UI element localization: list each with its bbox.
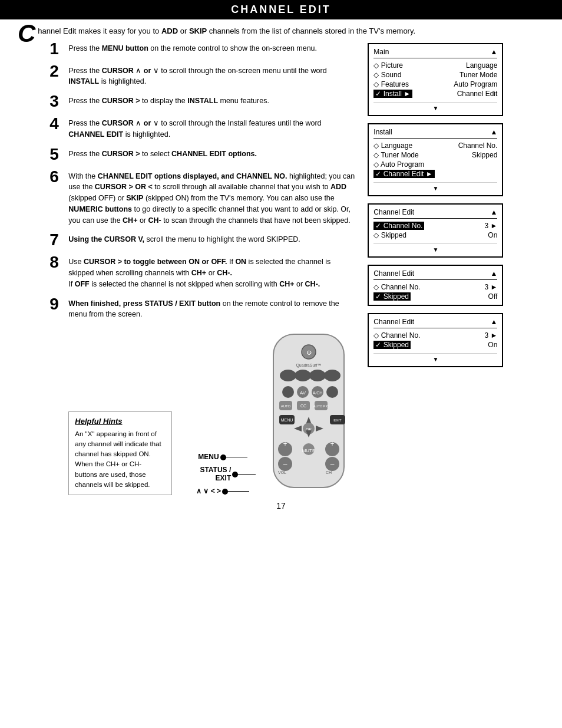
svg-text:–: – [330, 460, 335, 469]
panel3-title-text: Channel Edit [373, 208, 414, 216]
panel4b-skipped-label: ✓ Skipped [373, 341, 411, 349]
svg-text:AUTO PIC: AUTO PIC [313, 404, 329, 408]
panel4a-row-channelno: ◇ Channel No. 3 ► [373, 282, 497, 292]
panel2-channelno-label: Channel No. [458, 141, 498, 150]
step-number-9: 9 [49, 296, 68, 312]
svg-text:+: + [283, 440, 287, 448]
panel1-picture-label: ◇ Picture [373, 61, 403, 70]
panel1-install-label: ✓ Install ► [373, 90, 412, 98]
step-text-6: With the CHANNEL EDIT options displayed,… [68, 171, 356, 226]
step-text-3: Press the CURSOR > to display the INSTAL… [68, 95, 269, 107]
step-number-8: 8 [49, 254, 68, 271]
panel1-title-text: Main [373, 48, 389, 56]
panel3-up-arrow: ▲ [490, 208, 497, 216]
step-8: 8 Use CURSOR > to toggle between ON or O… [49, 256, 356, 289]
step-number-1: 1 [49, 41, 68, 57]
panel2-tuner-label: ◇ Tuner Mode [373, 151, 418, 159]
panel1-autoprogram-label: Auto Program [454, 80, 497, 88]
step-9: 9 When finished, press STATUS / EXIT but… [49, 298, 356, 321]
step-text-8: Use CURSOR > to toggle between ON or OFF… [68, 256, 356, 289]
panel2-row-channeledit: ✓ Channel Edit ► [373, 169, 497, 179]
panel2-row-auto: ◇ Auto Program [373, 160, 497, 169]
panel3-title: Channel Edit ▲ [373, 208, 497, 219]
panel2-row-language: ◇ Language Channel No. [373, 141, 497, 150]
svg-text:CH: CH [326, 470, 332, 475]
panel4a-skipped-value: Off [488, 292, 498, 301]
panel2-title-text: Install [373, 128, 392, 136]
panel3-channelno-value: 3 ► [484, 222, 497, 230]
svg-text:QuadraSurf™: QuadraSurf™ [296, 363, 322, 368]
step-3: 3 Press the CURSOR > to display the INST… [49, 95, 356, 110]
svg-point-7 [324, 370, 340, 381]
panel2-auto-label: ◇ Auto Program [373, 160, 424, 169]
panel4b-channelno-value: 3 ► [484, 331, 497, 340]
svg-point-8 [282, 386, 294, 398]
panel4a-title-text: Channel Edit [373, 269, 414, 278]
helpful-hints-box: Helpful Hints An "X" appearing in front … [68, 411, 171, 496]
svg-point-6 [309, 370, 326, 381]
panel1-title: Main ▲ [373, 48, 497, 58]
step-text-2: Press the CURSOR ∧ or ∨ to scroll throug… [68, 65, 356, 88]
page-title: CHANNEL EDIT [0, 0, 562, 19]
svg-text:VOL: VOL [278, 470, 286, 475]
intro-paragraph: C hannel Edit makes it easy for you to A… [0, 25, 562, 43]
panel-channeledit-on: Channel Edit ▲ ◇ Channel No. 3 ► ✓ Skipp… [368, 313, 503, 367]
panel1-sound-label: ◇ Sound [373, 71, 401, 79]
intro-text: hannel Edit makes it easy for you to ADD… [38, 27, 415, 35]
step-2: 2 Press the CURSOR ∧ or ∨ to scroll thro… [49, 65, 356, 88]
panel4b-title-text: Channel Edit [373, 318, 414, 326]
step-7: 7 Using the CURSOR V, scroll the menu to… [49, 234, 356, 248]
panel-channeledit-off: Channel Edit ▲ ◇ Channel No. 3 ► ✓ Skipp… [368, 265, 503, 306]
menu-label: MENU [198, 453, 219, 461]
panel3-skipped-value: On [488, 231, 497, 239]
panel1-channeledit-label: Channel Edit [457, 90, 498, 98]
step-number-4: 4 [49, 116, 68, 132]
panel3-row-skipped: ◇ Skipped On [373, 230, 497, 240]
panel1-row-install: ✓ Install ► Channel Edit [373, 89, 497, 98]
step-text-7: Using the CURSOR V, scroll the menu to h… [68, 234, 300, 245]
panel1-features-label: ◇ Features [373, 80, 409, 88]
page-number: 17 [0, 495, 562, 513]
panel4b-row-skipped: ✓ Skipped On [373, 340, 497, 350]
panel1-row-picture: ◇ Picture Language [373, 61, 497, 70]
step-text-4: Press the CURSOR ∧ or ∨ to scroll throug… [68, 118, 356, 140]
svg-text:EXIT: EXIT [334, 419, 342, 422]
panel4a-up-arrow: ▲ [490, 269, 497, 278]
step-number-6: 6 [49, 169, 68, 185]
panel-channeledit-channelno: Channel Edit ▲ ✓ Channel No. 3 ► ◇ Skipp… [368, 203, 503, 258]
panel2-channeledit-label: ✓ Channel Edit ► [373, 170, 434, 178]
panel4a-channelno-label: ◇ Channel No. [373, 283, 420, 291]
svg-text:–: – [283, 460, 287, 469]
panel1-down-arrow: ▼ [373, 102, 497, 111]
svg-text:A/CH: A/CH [313, 391, 323, 395]
panel2-language-label: ◇ Language [373, 141, 412, 150]
panel4b-title: Channel Edit ▲ [373, 318, 497, 328]
svg-text:MENU: MENU [281, 418, 293, 422]
panel4b-down-arrow: ▼ [373, 353, 497, 363]
svg-text:AUTO: AUTO [281, 404, 291, 408]
panel4a-title: Channel Edit ▲ [373, 269, 497, 280]
panel3-skipped-label: ◇ Skipped [373, 231, 406, 239]
panel2-title: Install ▲ [373, 128, 497, 139]
svg-text:AV: AV [300, 390, 306, 396]
menu-panels-column: Main ▲ ◇ Picture Language ◇ Sound Tuner … [356, 43, 550, 496]
panel1-row-features: ◇ Features Auto Program [373, 80, 497, 89]
step-1: 1 Press the MENU button on the remote co… [49, 43, 356, 57]
panel1-language-label: Language [466, 61, 497, 70]
panel1-tuner-label: Tuner Mode [459, 71, 497, 79]
svg-text:CC: CC [300, 404, 306, 408]
step-number-5: 5 [49, 146, 68, 163]
panel3-channelno-label: ✓ Channel No. [373, 222, 424, 230]
panel3-row-channelno: ✓ Channel No. 3 ► [373, 221, 497, 230]
svg-text:+: + [330, 440, 335, 448]
panel4b-row-channelno: ◇ Channel No. 3 ► [373, 331, 497, 340]
panel4a-skipped-label: ✓ Skipped [373, 292, 411, 301]
panel3-down-arrow: ▼ [373, 243, 497, 253]
step-number-3: 3 [49, 93, 68, 110]
hints-text: An "X" appearing in front of any channel… [75, 429, 165, 490]
panel4a-row-skipped: ✓ Skipped Off [373, 292, 497, 301]
svg-text:MUTE: MUTE [302, 448, 316, 453]
svg-text:⏻: ⏻ [306, 350, 312, 355]
step-5: 5 Press the CURSOR > to select CHANNEL E… [49, 149, 356, 163]
step-number-2: 2 [49, 63, 68, 80]
